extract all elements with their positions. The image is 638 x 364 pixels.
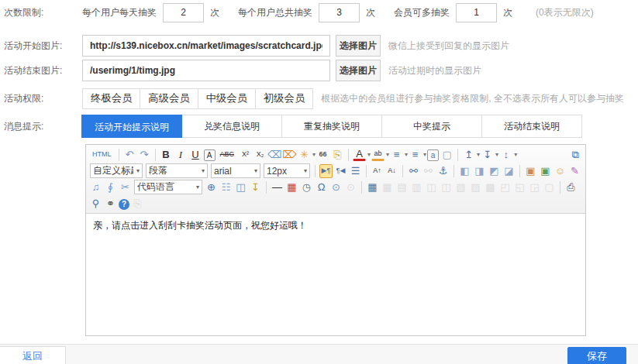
strikethrough-icon[interactable]: ABC <box>217 148 238 162</box>
chevron-down-icon[interactable]: ▾ <box>202 167 205 174</box>
message-tab-3[interactable]: 中奖提示 <box>381 115 482 138</box>
font-size-select[interactable]: 12px▾ <box>264 163 310 178</box>
font-color-icon[interactable]: A <box>353 149 366 161</box>
message-tab-2[interactable]: 重复抽奖说明 <box>281 115 382 138</box>
member-group-buttons: 终极会员高级会员中级会员初级会员 <box>82 88 313 109</box>
paragraph-spacing-top-icon[interactable]: ↥ <box>462 148 475 162</box>
member-group-button-0[interactable]: 终极会员 <box>82 88 140 109</box>
message-tab-0[interactable]: 活动开始提示说明 <box>81 115 182 138</box>
font-family-select[interactable]: arial▾ <box>211 163 260 178</box>
date-icon[interactable]: ▦ <box>285 180 298 194</box>
template-icon[interactable]: ◫ <box>234 180 247 194</box>
superscript-icon[interactable]: X² <box>239 148 252 162</box>
chevron-down-icon[interactable]: ▾ <box>423 151 426 158</box>
image-center-icon[interactable]: ◩ <box>488 164 501 178</box>
bold-icon[interactable]: B <box>160 148 173 162</box>
time-icon[interactable]: ◷ <box>300 180 313 194</box>
back-button[interactable]: 返回 <box>0 346 66 364</box>
screenshot-icon[interactable]: ✂ <box>119 180 132 194</box>
increase-font-size-icon[interactable]: A↑ <box>371 164 384 178</box>
member-group-button-1[interactable]: 高级会员 <box>140 88 198 109</box>
toolbar-separator <box>402 165 403 177</box>
insert-image-icon[interactable]: ▣ <box>524 164 537 178</box>
member-extra-label: 会员可多抽奖 <box>394 6 450 19</box>
chevron-down-icon[interactable]: ▾ <box>514 151 517 158</box>
blank-doc-icon[interactable]: ▢ <box>440 148 453 162</box>
merge-right-icon: ▧ <box>454 180 467 194</box>
redo-icon[interactable]: ↷ <box>138 148 151 162</box>
print-icon[interactable]: ⎙ <box>564 180 578 194</box>
message-tab-4[interactable]: 活动结束说明 <box>481 115 582 138</box>
member-extra-input[interactable] <box>456 3 497 22</box>
chevron-down-icon[interactable]: ▾ <box>254 167 257 174</box>
blockquote-icon[interactable]: 66 <box>316 148 329 162</box>
chevron-down-icon[interactable]: ▾ <box>136 167 140 174</box>
total-draw-input[interactable] <box>319 3 360 22</box>
start-image-row: 活动开始图片: 选择图片 微信上接受到回复的显示图片 <box>0 35 638 57</box>
emotion-icon[interactable]: ☺ <box>554 164 567 178</box>
save-button[interactable]: 保存 <box>567 347 626 364</box>
anchor-a-icon[interactable]: a <box>427 149 439 161</box>
music-icon[interactable]: ♫ <box>89 180 102 194</box>
image-inline-icon[interactable]: ◨ <box>473 164 486 178</box>
image-transfer-icon[interactable]: ↧ <box>249 180 262 194</box>
font-border-icon[interactable]: A <box>204 149 216 161</box>
background-color-icon[interactable]: ab <box>371 149 385 161</box>
ltr-paragraph-icon[interactable]: ▶¶ <box>319 164 333 178</box>
start-image-pick-button[interactable]: 选择图片 <box>336 35 381 57</box>
insert-row-icon: ◫ <box>425 180 438 194</box>
editor-content[interactable]: 亲，请点击进入刮刮卡抽奖活动页面，祝您好运哦！ <box>86 214 585 335</box>
underline-icon[interactable]: U <box>189 148 202 162</box>
chevron-down-icon[interactable]: ▾ <box>196 184 199 191</box>
merge-down-icon: ▨ <box>469 180 482 194</box>
undo-icon[interactable]: ↶ <box>123 148 136 162</box>
find-replace-icon[interactable]: ⚭ <box>104 197 117 211</box>
anchor-icon[interactable]: ⚓ <box>436 164 450 178</box>
background-color-group: ab▾ <box>371 149 389 161</box>
format-brush-icon[interactable]: ⌦ <box>283 148 296 162</box>
auto-typeset-icon[interactable]: ✳ <box>298 148 311 162</box>
paragraph-select[interactable]: 段落▾ <box>146 163 208 178</box>
line-height-icon[interactable]: ↕ <box>499 148 512 162</box>
ordered-list-icon[interactable]: ≡ <box>390 148 403 162</box>
paragraph-spacing-bottom-icon[interactable]: ↧ <box>481 148 494 162</box>
toolbar-separator <box>519 165 520 177</box>
chevron-down-icon[interactable]: ▾ <box>304 167 307 174</box>
member-group-button-3[interactable]: 初级会员 <box>255 88 313 109</box>
help-icon[interactable]: ? <box>119 199 129 210</box>
source-code-icon[interactable]: HTML <box>89 148 115 162</box>
preview-icon[interactable]: ⚲ <box>89 197 102 211</box>
horizontal-rule-icon[interactable]: — <box>271 180 284 194</box>
chevron-down-icon[interactable]: ▾ <box>312 151 316 158</box>
custom-title-select[interactable]: 自定义标题▾ <box>90 163 143 178</box>
insert-table-icon[interactable]: ▦ <box>366 180 379 194</box>
indent-icon[interactable]: ☰ <box>349 164 362 178</box>
image-float-right-icon[interactable]: ◪ <box>502 164 516 178</box>
special-characters-icon[interactable]: Ω <box>315 180 328 194</box>
start-image-input[interactable] <box>82 35 330 57</box>
attachment-icon[interactable]: ∮ <box>104 180 117 194</box>
member-group-button-2[interactable]: 中级会员 <box>198 88 256 109</box>
paste-plain-text-icon[interactable]: ⎘ <box>331 148 344 162</box>
baidu-map-icon[interactable]: ⊙ <box>329 180 343 194</box>
scrawl-icon[interactable]: ✎ <box>568 164 581 178</box>
toolbar-row: 自定义标题▾段落▾arial▾12px▾▶¶¶◀☰A↑A↓⚯⚯⚓◧◨◩◪▣▣☺✎… <box>88 163 583 179</box>
end-image-pick-button[interactable]: 选择图片 <box>336 60 381 81</box>
daily-draw-input[interactable] <box>163 3 204 22</box>
rtl-paragraph-icon[interactable]: ¶◀ <box>334 164 347 178</box>
link-icon[interactable]: ⚯ <box>407 164 420 178</box>
insert-code-icon[interactable]: ⊕ <box>205 180 218 194</box>
end-image-input[interactable] <box>82 60 330 81</box>
code-language-select[interactable]: 代码语言▾ <box>134 180 202 194</box>
message-tab-1[interactable]: 兑奖信息说明 <box>181 115 282 138</box>
page-break-icon[interactable]: ☷ <box>219 180 233 194</box>
subscript-icon[interactable]: X₂ <box>253 148 267 162</box>
decrease-font-size-icon[interactable]: A↓ <box>385 164 398 178</box>
italic-icon[interactable]: I <box>174 148 188 162</box>
image-float-left-icon[interactable]: ◧ <box>458 164 471 178</box>
unordered-list-icon[interactable]: ≡ <box>409 148 422 162</box>
fullscreen-icon[interactable]: ⧉ <box>569 148 582 162</box>
image-manager-icon[interactable]: ▣ <box>539 164 552 178</box>
editor-toolbar: HTML↶↷BIUAABCX²X₂⌫⌦✳▾66⎘A▾ab▾≡▾≡▾a▢↥▾↧▾↕… <box>86 145 585 214</box>
eraser-icon[interactable]: ⌫ <box>268 148 281 162</box>
